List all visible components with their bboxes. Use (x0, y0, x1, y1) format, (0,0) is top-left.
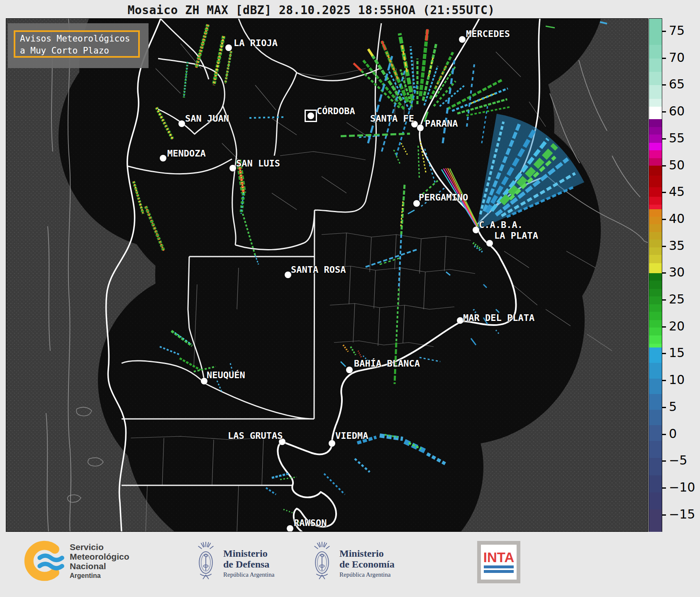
tick-label: 65 (669, 77, 685, 92)
radar-map: LA RIOJAMERCEDESSAN JUANCÓRDOBASANTA FEP… (6, 18, 648, 532)
tick-label: 50 (669, 158, 685, 172)
tick-label: 0 (669, 426, 677, 441)
colorbar-segment (649, 209, 662, 217)
ministerio-defensa-group: Ministerio de Defensa República Argentin… (194, 537, 274, 589)
city-marker-c-rdoba (307, 113, 314, 119)
city-label-mar-del-plata: MAR DEL PLATA (463, 313, 534, 323)
city-label-mendoza: MENDOZA (167, 148, 206, 159)
colorbar-segment (649, 99, 662, 107)
city-marker-viedma (329, 440, 335, 447)
radar-mosaic-screenshot: Mosaico ZH MAX [dBZ] 28.10.2025 18:55HOA… (0, 0, 700, 597)
economia-line3: República Argentina (339, 571, 395, 578)
tick-mark (662, 380, 666, 381)
smn-line3: Nacional (70, 561, 129, 571)
city-marker-rawson (287, 525, 293, 532)
colorbar-segment (649, 312, 662, 320)
colorbar-segment (649, 158, 662, 166)
colorbar-segment (649, 304, 662, 312)
colorbar-segment (649, 187, 662, 197)
colorbar-segment (649, 19, 662, 45)
colorbar-segment (649, 72, 662, 85)
city-marker-san-luis (229, 165, 236, 171)
city-label-pergamino: PERGAMINO (419, 192, 468, 203)
colorbar-segment (649, 119, 662, 127)
ministerio-economia-text: Ministerio de Economía República Argenti… (339, 548, 395, 578)
tick-label: 5 (669, 399, 677, 414)
tick-mark (662, 138, 666, 139)
warnings-overlay-box: Avisos Meteorológicos a Muy Corto Plazo (8, 23, 149, 68)
tick-mark (662, 31, 666, 32)
colorbar-segment (649, 289, 662, 296)
tick-label: −15 (669, 507, 695, 521)
colorbar-segment (649, 143, 662, 150)
tick-mark (662, 299, 666, 301)
city-label-las-grutas: LAS GRUTAS (228, 431, 283, 441)
colorbar-segment (649, 379, 662, 394)
colorbar-segment (649, 492, 662, 509)
colorbar-segment (649, 224, 662, 232)
economia-line2: de Economía (339, 559, 395, 570)
city-label-c-rdoba: CÓRDOBA (317, 106, 355, 116)
colorbar-segment (649, 458, 662, 475)
smn-logo-group: Servicio Meteorológico Nacional Argentin… (23, 539, 129, 582)
colorbar-segment (649, 205, 662, 210)
smn-line4: Argentina (70, 572, 129, 580)
city-label-viedma: VIEDMA (335, 431, 368, 441)
inta-bar-2 (484, 570, 514, 573)
defensa-line1: Ministerio (223, 548, 274, 559)
city-marker-mar-del-plata (457, 317, 463, 324)
city-marker-san-juan (178, 120, 185, 127)
tick-label: 45 (669, 184, 685, 199)
colorbar-segment (649, 107, 662, 119)
tick-mark (662, 219, 666, 220)
city-label-neuqu-n: NEUQUÉN (207, 370, 245, 380)
colorbar-segment (649, 263, 662, 274)
colorbar-segment (649, 296, 662, 304)
colorbar-segment (649, 197, 662, 204)
tick-label: 35 (669, 238, 685, 253)
warnings-overlay-border: Avisos Meteorológicos a Muy Corto Plazo (14, 30, 140, 58)
colorbar-segment (649, 247, 662, 255)
colorbar-segment (649, 232, 662, 240)
inta-wordmark: INTA (483, 551, 515, 564)
colorbar-ticks: 757065605550454035302520151050−5−10−15 (662, 18, 700, 532)
city-label-c-a-b-a: C.A.B.A. (479, 220, 523, 230)
colorbar-segment (649, 320, 662, 328)
smn-logo-text: Servicio Meteorológico Nacional Argentin… (70, 542, 129, 580)
tick-label: 30 (669, 265, 685, 279)
tick-label: 25 (669, 292, 685, 306)
economia-line1: Ministerio (339, 548, 395, 559)
city-label-rawson: RAWSON (294, 518, 327, 528)
tick-mark (662, 192, 666, 193)
tick-mark (662, 487, 666, 489)
tick-label: 15 (669, 346, 685, 360)
city-marker-bah-a-blanca (346, 367, 353, 373)
page-title: Mosaico ZH MAX [dBZ] 28.10.2025 18:55HOA… (0, 3, 622, 17)
city-marker-c-a-b-a (473, 227, 479, 233)
colorbar-segment (649, 255, 662, 263)
city-marker-santa-rosa (285, 272, 291, 278)
defensa-line3: República Argentina (223, 571, 274, 578)
tick-mark (662, 460, 666, 462)
tick-mark (662, 326, 666, 328)
colorbar-segment (649, 344, 662, 347)
colorbar-segment (649, 45, 662, 58)
tick-label: 10 (669, 372, 685, 387)
tick-label: 70 (669, 50, 685, 65)
colorbar-segment (649, 127, 662, 135)
colorbar-segment (649, 441, 662, 458)
city-label-santa-rosa: SANTA ROSA (291, 264, 346, 275)
city-marker-la-rioja (225, 44, 232, 51)
colorbar-segment (649, 166, 662, 175)
smn-logo-icon (23, 539, 66, 582)
colorbar-segment (649, 176, 662, 187)
colorbar-segment (649, 240, 662, 247)
city-marker-mercedes (459, 36, 466, 43)
city-label-san-juan: SAN JUAN (185, 113, 229, 124)
city-marker-layer: LA RIOJAMERCEDESSAN JUANCÓRDOBASANTA FEP… (6, 19, 648, 531)
city-label-la-rioja: LA RIOJA (234, 38, 278, 48)
colorbar-segment (649, 328, 662, 335)
city-marker-la-plata (486, 240, 493, 247)
colorbar-segment (649, 273, 662, 281)
colorbar-segment (649, 281, 662, 289)
